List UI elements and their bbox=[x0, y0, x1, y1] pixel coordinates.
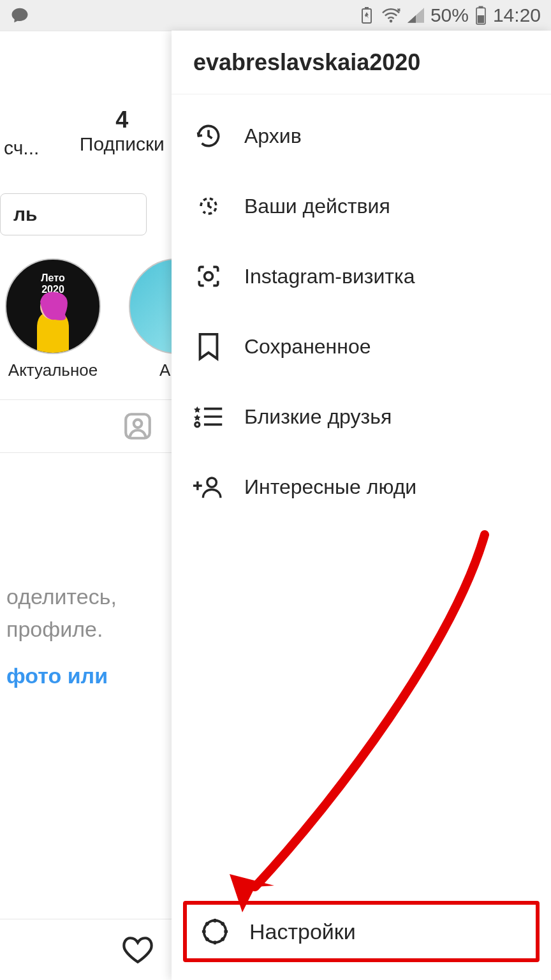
menu-discover-people[interactable]: Интересные люди bbox=[172, 452, 551, 522]
svg-point-2 bbox=[390, 20, 393, 23]
share-photo-link[interactable]: фото или bbox=[6, 664, 108, 688]
nametag-icon bbox=[192, 260, 225, 293]
settings-label: Настройки bbox=[249, 919, 356, 944]
highlight-cover: Лето 2020 bbox=[5, 258, 101, 354]
stat-truncated: сч... bbox=[0, 107, 39, 159]
activity-icon bbox=[192, 189, 225, 223]
drawer-username: evabreslavskaia2020 bbox=[193, 49, 420, 76]
discover-people-icon bbox=[192, 470, 225, 503]
menu-label: Архив bbox=[244, 124, 531, 148]
svg-rect-1 bbox=[365, 7, 369, 9]
chat-bubble-icon bbox=[10, 6, 29, 25]
gear-icon bbox=[198, 915, 231, 948]
svg-point-10 bbox=[195, 422, 200, 427]
close-friends-icon bbox=[192, 400, 225, 433]
menu-label: Сохраненное bbox=[244, 335, 531, 359]
highlight-item[interactable]: Лето 2020 Актуальное bbox=[0, 258, 106, 380]
menu-activity[interactable]: Ваши действия bbox=[172, 171, 551, 241]
svg-point-11 bbox=[207, 478, 216, 487]
menu-archive[interactable]: Архив bbox=[172, 101, 551, 171]
tagged-icon bbox=[122, 410, 154, 442]
edit-profile-button[interactable]: ль bbox=[0, 193, 147, 235]
menu-nametag[interactable]: Instagram-визитка bbox=[172, 241, 551, 311]
svg-point-9 bbox=[205, 272, 213, 281]
menu-saved[interactable]: Сохраненное bbox=[172, 311, 551, 382]
recycle-battery-icon bbox=[359, 6, 374, 24]
bookmark-icon bbox=[192, 330, 225, 363]
highlight-label: Актуальное bbox=[0, 360, 106, 380]
menu-label: Ваши действия bbox=[244, 195, 531, 218]
menu-label: Instagram-визитка bbox=[244, 265, 531, 288]
svg-rect-5 bbox=[478, 15, 484, 23]
battery-icon bbox=[475, 6, 487, 25]
wifi-icon bbox=[381, 7, 401, 24]
heart-icon bbox=[122, 935, 154, 965]
edit-profile-label: ль bbox=[13, 204, 38, 225]
person-illustration bbox=[24, 289, 82, 353]
history-icon bbox=[192, 119, 225, 152]
clock-time: 14:20 bbox=[493, 4, 541, 26]
battery-percent: 50% bbox=[430, 4, 469, 26]
drawer-menu: Архив Ваши действия Instagram-визитка Со… bbox=[172, 94, 551, 901]
drawer-header: evabreslavskaia2020 bbox=[172, 31, 551, 94]
menu-label: Интересные люди bbox=[244, 475, 531, 499]
menu-label: Близкие друзья bbox=[244, 405, 531, 429]
status-bar: 50% 14:20 bbox=[0, 0, 551, 31]
side-drawer: evabreslavskaia2020 Архив Ваши действия … bbox=[172, 31, 551, 980]
menu-close-friends[interactable]: Близкие друзья bbox=[172, 382, 551, 452]
menu-settings[interactable]: Настройки bbox=[183, 901, 540, 962]
svg-point-8 bbox=[134, 420, 142, 428]
signal-icon bbox=[408, 8, 424, 23]
svg-rect-4 bbox=[478, 6, 483, 8]
